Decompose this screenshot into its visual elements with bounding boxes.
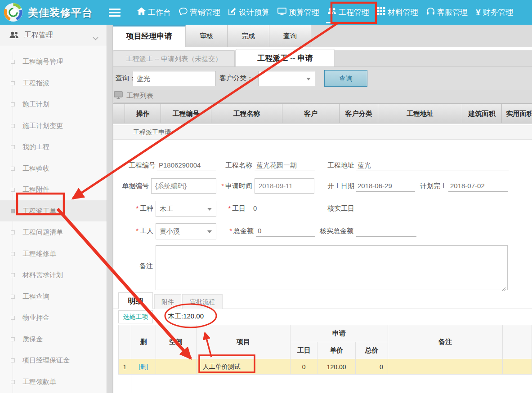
- sidebar-item-acceptance[interactable]: 工程验收: [0, 158, 107, 179]
- nav-item-materials[interactable]: 材料管理: [373, 0, 422, 25]
- tab-dispatch-apply[interactable]: 工程派工 -- 申请: [236, 49, 335, 66]
- col-rownum: [119, 325, 131, 359]
- col-total: 总价: [356, 342, 388, 359]
- search-input[interactable]: [133, 71, 216, 86]
- col-item: 项目: [196, 325, 291, 359]
- nav-item-customer-service[interactable]: 客服管理: [422, 0, 472, 25]
- nav-item-workbench[interactable]: 工作台: [133, 0, 175, 25]
- tab-review[interactable]: 审核: [186, 25, 228, 47]
- col-project-name: 工程名称: [211, 104, 282, 123]
- nav-item-marketing[interactable]: 营销管理: [175, 0, 224, 25]
- cell-price: 120.00: [317, 359, 356, 375]
- tab-pm-apply[interactable]: 项目经理申请: [113, 25, 186, 47]
- total-amount-label: *总金额: [217, 225, 254, 237]
- detail-table: 删 空间 项目 申请 备注 工日 单价 总价 1 [删] 人工单价测试 0 12…: [118, 325, 532, 375]
- sidebar-item-repair-order[interactable]: 工程维修单: [0, 243, 107, 265]
- plan-finish-label: 计划完工: [414, 180, 447, 192]
- cell-item: 人工单价测试: [196, 359, 291, 375]
- sidebar-item-issue-list[interactable]: 工程问题清单: [0, 221, 107, 243]
- total-amount-value[interactable]: 0: [256, 225, 315, 237]
- plan-finish-value[interactable]: 2018-07-02: [448, 180, 508, 192]
- sidebar-item-project-query[interactable]: 工程查询: [0, 286, 107, 307]
- col-note: 备注: [388, 325, 502, 359]
- select-construction-item-button[interactable]: 选施工项: [118, 310, 153, 323]
- tab-dispatch-list[interactable]: 工程派工 -- 申请列表（未提交）: [113, 50, 235, 66]
- cell-note: [388, 359, 502, 375]
- col-project-no: 工程编号: [161, 104, 211, 123]
- monitor-icon: [277, 8, 286, 18]
- required-marker: *: [228, 204, 231, 212]
- remark-textarea[interactable]: [156, 245, 508, 290]
- worker-label: *工人: [122, 225, 153, 237]
- sidebar-item-project-assign[interactable]: 工程指派: [0, 72, 107, 94]
- search-button[interactable]: 查询: [324, 70, 367, 87]
- sidebar-item-construction-plan[interactable]: 施工计划: [0, 93, 107, 115]
- resize-handle-icon[interactable]: [501, 285, 506, 293]
- sidebar-item-material-demand[interactable]: 材料需求计划: [0, 264, 107, 286]
- doc-no-label: 单据编号: [118, 180, 149, 192]
- sidebar-item-payment-order[interactable]: 工程领款单: [0, 371, 107, 393]
- col-group-apply: 申请: [291, 325, 388, 342]
- sidebar-item-my-projects[interactable]: 我的工程: [0, 136, 107, 158]
- verify-days-value[interactable]: [356, 203, 415, 214]
- nav-item-finance[interactable]: ¥ 财务管理: [472, 0, 518, 25]
- chevron-down-icon: [93, 34, 98, 42]
- required-marker: *: [136, 227, 139, 234]
- sidebar: 工程管理 工程编号管理 工程指派 施工计划 施工计划变更 我的工程 工程验收 工…: [0, 25, 107, 393]
- cell-rownum: 1: [119, 359, 131, 375]
- col-price: 单价: [317, 342, 356, 359]
- nav-item-engineering[interactable]: 工程管理: [323, 0, 373, 25]
- col-space: 空间: [156, 325, 196, 359]
- worktype-price-summary: 木工:120.00: [168, 312, 204, 321]
- top-navigation: 工作台 营销管理 设计预算 预算管理 工程管理 材料管理: [133, 0, 518, 25]
- sidebar-item-project-number[interactable]: 工程编号管理: [0, 51, 107, 72]
- dialog-title: 工程派工申请: [133, 128, 171, 137]
- hamburger-menu-icon[interactable]: [109, 9, 121, 18]
- project-addr-value[interactable]: 蓝光: [356, 159, 509, 171]
- dispatch-apply-dialog: 工程派工申请 工程编号 P1806290004 工程名称 蓝光花园一期 工程地址…: [113, 125, 532, 393]
- sidebar-item-attachments[interactable]: 工程附件: [0, 179, 107, 200]
- project-addr-label: 工程地址: [321, 159, 354, 171]
- work-days-value[interactable]: 0: [251, 203, 315, 214]
- col-blank: [112, 104, 125, 123]
- start-date-value[interactable]: 2018-06-29: [356, 180, 415, 192]
- tab-query[interactable]: 查询: [269, 25, 311, 47]
- apply-time-input[interactable]: 2018-09-11: [255, 178, 314, 194]
- work-type-select[interactable]: 木工: [156, 201, 216, 217]
- tab-attachment[interactable]: 附件: [154, 294, 181, 309]
- sidebar-item-pm-deposit[interactable]: 项目经理保证金: [0, 349, 107, 371]
- headset-icon: [426, 7, 435, 18]
- remark-label: 备注: [135, 260, 153, 272]
- tab-detail[interactable]: 明细: [118, 292, 153, 309]
- sidebar-group-label: 工程管理: [24, 31, 53, 40]
- delete-row-link[interactable]: [删]: [139, 363, 148, 370]
- sidebar-group-engineering[interactable]: 工程管理: [0, 25, 107, 46]
- category-select[interactable]: [258, 71, 315, 86]
- monitor-icon: [114, 91, 123, 101]
- doc-no-input[interactable]: {系统编码}: [151, 178, 216, 194]
- col-extra: [503, 325, 532, 359]
- section-underline: [114, 102, 300, 102]
- sidebar-item-plan-change[interactable]: 施工计划变更: [0, 115, 107, 137]
- filter-bar: 查询： 客户分类： 查询: [113, 66, 532, 90]
- project-name-value[interactable]: 蓝光花园一期: [255, 159, 315, 171]
- nav-item-design-budget[interactable]: 设计预算: [224, 0, 273, 25]
- sidebar-item-dispatch-order[interactable]: 工程派工单: [0, 200, 107, 222]
- apply-time-label: *申请时间: [211, 180, 252, 192]
- work-days-label: *工日: [217, 203, 246, 214]
- chevron-down-icon: [306, 78, 311, 80]
- nav-item-budget[interactable]: 预算管理: [273, 0, 323, 25]
- sidebar-item-quality-deposit[interactable]: 质保金: [0, 328, 107, 350]
- verify-days-label: 核实工日: [321, 203, 354, 214]
- verify-amount-value[interactable]: [356, 225, 416, 237]
- worker-select[interactable]: 黄小溪: [156, 223, 216, 239]
- start-date-label: 开工日期: [321, 180, 354, 192]
- project-no-value[interactable]: P1806290004: [157, 159, 216, 171]
- tab-complete[interactable]: 完成: [228, 25, 269, 47]
- sidebar-item-property-deposit[interactable]: 物业押金: [0, 307, 107, 328]
- tab-approval-flow[interactable]: 审批流程: [182, 294, 223, 309]
- project-no-label: 工程编号: [122, 159, 156, 171]
- app-window: 美佳装修平台 工作台 营销管理 设计预算 预算管理 工程管理: [0, 0, 532, 393]
- edit-icon: [228, 7, 237, 18]
- sidebar-scrollbar[interactable]: [107, 25, 113, 393]
